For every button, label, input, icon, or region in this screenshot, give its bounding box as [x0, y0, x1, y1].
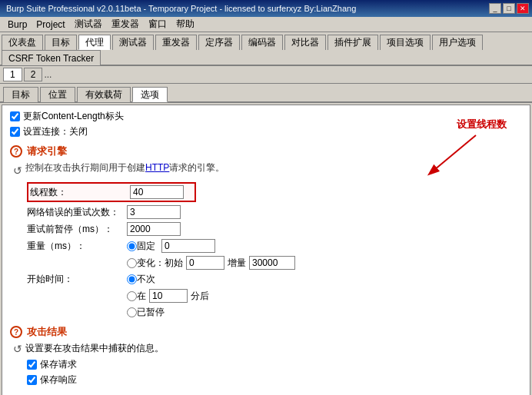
request-engine-icon: ?	[10, 145, 22, 158]
menu-window[interactable]: 窗口	[144, 16, 171, 32]
start-time-delay-radio[interactable]	[127, 291, 137, 301]
retry-pause-row: 重试前暂停（ms）：	[27, 222, 522, 236]
menu-bar: Burp Project 测试器 重发器 窗口 帮助	[0, 17, 532, 32]
save-responses-row: 保存响应	[27, 373, 522, 387]
tab-decoder[interactable]: 编码器	[241, 35, 283, 50]
tab-target[interactable]: 目标	[45, 35, 77, 50]
set-connection-checkbox[interactable]	[10, 127, 20, 137]
throttle-variable-row: 变化：初始 增量	[127, 256, 522, 270]
maximize-button[interactable]: □	[503, 3, 515, 14]
attack-results-desc: 设置要在攻击结果中捕获的信息。	[25, 342, 164, 355]
main-tab-bar: 仪表盘 目标 代理 测试器 重发器 定序器 编码器 对比器 插件扩展 项目选项 …	[0, 32, 532, 66]
sub-tab-bar: 目标 位置 有效载荷 选项	[0, 84, 532, 103]
set-connection-label: 设置连接：关闭	[23, 125, 88, 138]
retry-pause-input[interactable]	[127, 222, 181, 236]
sub-tab-options[interactable]: 选项	[132, 87, 168, 102]
svg-line-1	[430, 135, 476, 174]
retry-count-label: 网络错误的重试次数：	[27, 206, 127, 219]
thread-count-row: 线程数：	[27, 182, 196, 202]
menu-tester[interactable]: 测试器	[70, 16, 107, 32]
attack-results-title: 攻击结果	[27, 325, 67, 339]
update-content-length-checkbox[interactable]	[10, 111, 20, 121]
thread-count-input[interactable]	[130, 185, 184, 199]
update-content-length-label: 更新Content-Length标头	[23, 110, 124, 123]
attack-results-refresh-row: ↺ 设置要在攻击结果中捕获的信息。	[13, 342, 522, 355]
start-time-suffix-label: 分后	[191, 290, 209, 303]
close-button[interactable]: ✕	[517, 3, 529, 14]
start-time-paused-radio[interactable]	[127, 307, 137, 317]
tab-comparer[interactable]: 对比器	[284, 35, 326, 50]
sub-tab-payloads[interactable]: 有效载荷	[77, 87, 131, 102]
title-bar: Burp Suite Professional v2.0.11beta - Te…	[0, 0, 532, 17]
thread-count-label: 线程数：	[30, 186, 130, 199]
throttle-section: 重量（ms）： 固定 变化：初始 增量	[27, 239, 522, 270]
num-tab-2[interactable]: 2	[24, 68, 43, 81]
retry-count-input[interactable]	[127, 205, 181, 219]
request-engine-title: 请求引擎	[27, 144, 67, 158]
content-inner: 更新Content-Length标头 设置连接：关闭 设置线程数	[2, 105, 530, 393]
tab-dashboard[interactable]: 仪表盘	[2, 35, 43, 50]
retry-count-row: 网络错误的重试次数：	[27, 205, 522, 219]
start-time-label-row: 开始时间： 不次	[27, 273, 522, 286]
attack-results-refresh-icon[interactable]: ↺	[13, 343, 22, 355]
throttle-variable-radio[interactable]	[127, 258, 137, 268]
start-time-immediate-radio[interactable]	[127, 274, 137, 284]
annotation-arrow	[414, 131, 507, 178]
tab-extensions[interactable]: 插件扩展	[328, 35, 378, 50]
tab-csrf-tracker[interactable]: CSRF Token Tracker	[2, 50, 101, 65]
annotation-text: 设置线程数	[457, 118, 507, 130]
title-bar-text: Burp Suite Professional v2.0.11beta - Te…	[3, 4, 489, 13]
tab-repeater[interactable]: 重发器	[155, 35, 197, 50]
start-time-delay-row: 在 分后	[127, 289, 522, 303]
tab-sequencer[interactable]: 定序器	[198, 35, 240, 50]
save-responses-label: 保存响应	[40, 373, 77, 387]
throttle-fixed-input[interactable]	[161, 239, 215, 253]
num-tab-1[interactable]: 1	[3, 68, 22, 81]
menu-help[interactable]: 帮助	[171, 16, 199, 32]
attack-results-section-header: ? 攻击结果	[10, 325, 522, 339]
num-tab-dots[interactable]: ...	[44, 69, 52, 80]
sub-tab-target[interactable]: 目标	[3, 87, 38, 102]
start-time-paused-label: 已暂停	[137, 306, 165, 319]
start-time-paused-row: 已暂停	[127, 306, 522, 319]
throttle-fixed-radio[interactable]	[127, 241, 137, 251]
start-time-minutes-input[interactable]	[149, 289, 188, 303]
throttle-increment-label: 增量	[228, 257, 246, 270]
throttle-fixed-row: 重量（ms）： 固定	[27, 239, 522, 253]
throttle-variable-label: 变化：初始	[137, 257, 183, 270]
sub-tab-positions[interactable]: 位置	[40, 87, 75, 102]
http-link[interactable]: HTTP	[145, 162, 169, 173]
annotation-area: 设置线程数	[414, 118, 507, 178]
start-time-label: 开始时间：	[27, 273, 127, 286]
start-time-section: 开始时间： 不次 在 分后 已暂停	[27, 273, 522, 319]
menu-project[interactable]: Project	[32, 18, 69, 32]
save-responses-checkbox[interactable]	[27, 375, 37, 385]
save-requests-checkbox[interactable]	[27, 360, 37, 370]
throttle-label: 重量（ms）：	[27, 240, 127, 253]
number-tabs: 1 2 ...	[0, 66, 532, 84]
throttle-variable-start-input[interactable]	[186, 256, 224, 270]
tab-project-options[interactable]: 项目选项	[380, 35, 431, 50]
throttle-fixed-label: 固定	[137, 240, 155, 253]
start-time-immediate-label: 不次	[137, 273, 155, 286]
save-requests-row: 保存请求	[27, 358, 522, 371]
tab-user-options[interactable]: 用户选项	[432, 35, 483, 50]
attack-results-icon: ?	[10, 326, 22, 338]
menu-burp[interactable]: Burp	[3, 18, 32, 32]
refresh-icon[interactable]: ↺	[13, 164, 22, 177]
retry-pause-label: 重试前暂停（ms）：	[27, 223, 127, 236]
tab-intruder[interactable]: 测试器	[112, 35, 154, 50]
content-area: 更新Content-Length标头 设置连接：关闭 设置线程数	[2, 105, 530, 395]
menu-repeater[interactable]: 重发器	[107, 16, 144, 32]
title-bar-buttons: _ □ ✕	[489, 3, 529, 14]
minimize-button[interactable]: _	[489, 3, 501, 14]
throttle-variable-increment-input[interactable]	[249, 256, 295, 270]
save-requests-label: 保存请求	[40, 358, 77, 371]
request-engine-desc: 控制在攻击执行期间用于创建HTTP请求的引擎。	[25, 161, 224, 174]
tab-proxy[interactable]: 代理	[78, 35, 111, 50]
start-time-in-label: 在	[137, 290, 146, 303]
